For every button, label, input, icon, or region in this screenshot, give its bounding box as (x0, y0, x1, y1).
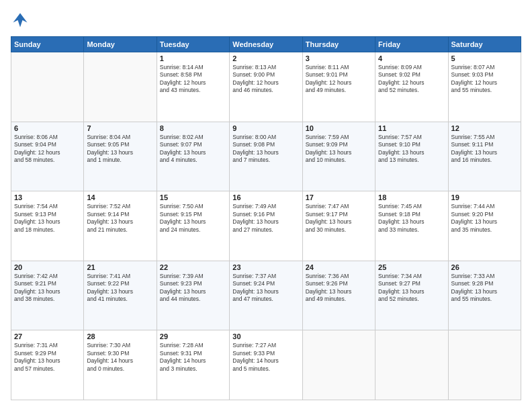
day-number: 30 (232, 332, 299, 340)
day-info: Sunrise: 8:09 AM Sunset: 9:02 PM Dayligh… (378, 64, 445, 95)
weekday-header: Sunday (11, 37, 84, 52)
calendar-cell (375, 330, 448, 400)
calendar-cell (448, 330, 521, 400)
day-info: Sunrise: 8:00 AM Sunset: 9:08 PM Dayligh… (232, 134, 299, 165)
calendar-cell: 2Sunrise: 8:13 AM Sunset: 9:00 PM Daylig… (230, 52, 302, 122)
day-number: 2 (232, 54, 299, 62)
day-info: Sunrise: 7:45 AM Sunset: 9:18 PM Dayligh… (378, 203, 445, 234)
calendar-cell: 16Sunrise: 7:49 AM Sunset: 9:16 PM Dayli… (230, 191, 302, 261)
calendar-cell: 15Sunrise: 7:50 AM Sunset: 9:15 PM Dayli… (157, 191, 229, 261)
day-number: 1 (160, 54, 226, 62)
day-number: 17 (306, 193, 372, 201)
weekday-header: Wednesday (230, 37, 302, 52)
day-info: Sunrise: 7:34 AM Sunset: 9:27 PM Dayligh… (378, 273, 445, 304)
calendar-cell: 20Sunrise: 7:42 AM Sunset: 9:21 PM Dayli… (11, 261, 84, 330)
day-info: Sunrise: 7:31 AM Sunset: 9:29 PM Dayligh… (14, 342, 81, 373)
day-info: Sunrise: 7:50 AM Sunset: 9:15 PM Dayligh… (160, 203, 226, 234)
day-info: Sunrise: 8:13 AM Sunset: 9:00 PM Dayligh… (232, 64, 299, 95)
day-info: Sunrise: 7:41 AM Sunset: 9:22 PM Dayligh… (87, 273, 153, 304)
day-info: Sunrise: 7:47 AM Sunset: 9:17 PM Dayligh… (306, 203, 372, 234)
calendar-table: SundayMondayTuesdayWednesdayThursdayFrid… (11, 36, 521, 400)
weekday-header: Thursday (302, 37, 375, 52)
day-info: Sunrise: 7:36 AM Sunset: 9:26 PM Dayligh… (306, 273, 372, 304)
calendar-cell: 3Sunrise: 8:11 AM Sunset: 9:01 PM Daylig… (302, 52, 375, 122)
calendar-cell: 18Sunrise: 7:45 AM Sunset: 9:18 PM Dayli… (375, 191, 448, 261)
calendar-cell: 1Sunrise: 8:14 AM Sunset: 8:58 PM Daylig… (157, 52, 229, 122)
calendar-cell: 13Sunrise: 7:54 AM Sunset: 9:13 PM Dayli… (11, 191, 84, 261)
day-info: Sunrise: 8:14 AM Sunset: 8:58 PM Dayligh… (160, 64, 226, 95)
calendar-cell: 4Sunrise: 8:09 AM Sunset: 9:02 PM Daylig… (375, 52, 448, 122)
calendar-cell: 21Sunrise: 7:41 AM Sunset: 9:22 PM Dayli… (84, 261, 157, 330)
weekday-header: Tuesday (157, 37, 229, 52)
day-number: 4 (378, 54, 445, 62)
calendar-cell (11, 52, 84, 122)
weekday-header: Monday (84, 37, 157, 52)
day-number: 3 (306, 54, 372, 62)
day-number: 13 (14, 193, 81, 201)
calendar-cell: 6Sunrise: 8:06 AM Sunset: 9:04 PM Daylig… (11, 122, 84, 191)
day-info: Sunrise: 7:55 AM Sunset: 9:11 PM Dayligh… (451, 134, 518, 165)
day-number: 18 (378, 193, 445, 201)
calendar-cell: 12Sunrise: 7:55 AM Sunset: 9:11 PM Dayli… (448, 122, 521, 191)
day-number: 15 (160, 193, 226, 201)
day-info: Sunrise: 7:57 AM Sunset: 9:10 PM Dayligh… (378, 134, 445, 165)
calendar-cell (84, 52, 157, 122)
day-number: 9 (232, 124, 299, 132)
header (11, 11, 521, 30)
day-info: Sunrise: 8:07 AM Sunset: 9:03 PM Dayligh… (451, 64, 518, 95)
day-number: 23 (232, 263, 299, 271)
day-number: 26 (451, 263, 518, 271)
day-info: Sunrise: 7:44 AM Sunset: 9:20 PM Dayligh… (451, 203, 518, 234)
svg-marker-0 (13, 13, 28, 28)
calendar-cell: 22Sunrise: 7:39 AM Sunset: 9:23 PM Dayli… (157, 261, 229, 330)
day-info: Sunrise: 7:59 AM Sunset: 9:09 PM Dayligh… (306, 134, 372, 165)
calendar-cell: 14Sunrise: 7:52 AM Sunset: 9:14 PM Dayli… (84, 191, 157, 261)
day-number: 25 (378, 263, 445, 271)
day-info: Sunrise: 7:52 AM Sunset: 9:14 PM Dayligh… (87, 203, 153, 234)
day-info: Sunrise: 7:42 AM Sunset: 9:21 PM Dayligh… (14, 273, 81, 304)
day-number: 8 (160, 124, 226, 132)
calendar-cell: 9Sunrise: 8:00 AM Sunset: 9:08 PM Daylig… (230, 122, 302, 191)
day-number: 14 (87, 193, 153, 201)
calendar-cell: 7Sunrise: 8:04 AM Sunset: 9:05 PM Daylig… (84, 122, 157, 191)
weekday-header: Friday (375, 37, 448, 52)
day-info: Sunrise: 7:33 AM Sunset: 9:28 PM Dayligh… (451, 273, 518, 304)
page: SundayMondayTuesdayWednesdayThursdayFrid… (0, 0, 532, 411)
calendar-cell: 24Sunrise: 7:36 AM Sunset: 9:26 PM Dayli… (302, 261, 375, 330)
day-info: Sunrise: 7:49 AM Sunset: 9:16 PM Dayligh… (232, 203, 299, 234)
day-number: 16 (232, 193, 299, 201)
day-number: 5 (451, 54, 518, 62)
calendar-week-row: 13Sunrise: 7:54 AM Sunset: 9:13 PM Dayli… (11, 191, 521, 261)
calendar-header-row: SundayMondayTuesdayWednesdayThursdayFrid… (11, 37, 521, 52)
calendar-cell: 23Sunrise: 7:37 AM Sunset: 9:24 PM Dayli… (230, 261, 302, 330)
day-info: Sunrise: 8:02 AM Sunset: 9:07 PM Dayligh… (160, 134, 226, 165)
calendar-cell: 11Sunrise: 7:57 AM Sunset: 9:10 PM Dayli… (375, 122, 448, 191)
day-number: 10 (306, 124, 372, 132)
day-info: Sunrise: 8:11 AM Sunset: 9:01 PM Dayligh… (306, 64, 372, 95)
calendar-week-row: 1Sunrise: 8:14 AM Sunset: 8:58 PM Daylig… (11, 52, 521, 122)
day-info: Sunrise: 8:04 AM Sunset: 9:05 PM Dayligh… (87, 134, 153, 165)
calendar-cell: 8Sunrise: 8:02 AM Sunset: 9:07 PM Daylig… (157, 122, 229, 191)
day-number: 28 (87, 332, 153, 340)
day-number: 20 (14, 263, 81, 271)
day-info: Sunrise: 7:37 AM Sunset: 9:24 PM Dayligh… (232, 273, 299, 304)
day-info: Sunrise: 8:06 AM Sunset: 9:04 PM Dayligh… (14, 134, 81, 165)
calendar-cell: 10Sunrise: 7:59 AM Sunset: 9:09 PM Dayli… (302, 122, 375, 191)
day-info: Sunrise: 7:54 AM Sunset: 9:13 PM Dayligh… (14, 203, 81, 234)
day-number: 24 (306, 263, 372, 271)
calendar-cell: 28Sunrise: 7:30 AM Sunset: 9:30 PM Dayli… (84, 330, 157, 400)
day-info: Sunrise: 7:39 AM Sunset: 9:23 PM Dayligh… (160, 273, 226, 304)
day-number: 21 (87, 263, 153, 271)
calendar-cell: 5Sunrise: 8:07 AM Sunset: 9:03 PM Daylig… (448, 52, 521, 122)
day-number: 27 (14, 332, 81, 340)
calendar-cell: 25Sunrise: 7:34 AM Sunset: 9:27 PM Dayli… (375, 261, 448, 330)
calendar-cell: 30Sunrise: 7:27 AM Sunset: 9:33 PM Dayli… (230, 330, 302, 400)
day-info: Sunrise: 7:27 AM Sunset: 9:33 PM Dayligh… (232, 342, 299, 373)
calendar-cell: 19Sunrise: 7:44 AM Sunset: 9:20 PM Dayli… (448, 191, 521, 261)
day-number: 7 (87, 124, 153, 132)
day-number: 6 (14, 124, 81, 132)
day-info: Sunrise: 7:30 AM Sunset: 9:30 PM Dayligh… (87, 342, 153, 373)
day-number: 12 (451, 124, 518, 132)
calendar-cell: 29Sunrise: 7:28 AM Sunset: 9:31 PM Dayli… (157, 330, 229, 400)
calendar-cell: 17Sunrise: 7:47 AM Sunset: 9:17 PM Dayli… (302, 191, 375, 261)
